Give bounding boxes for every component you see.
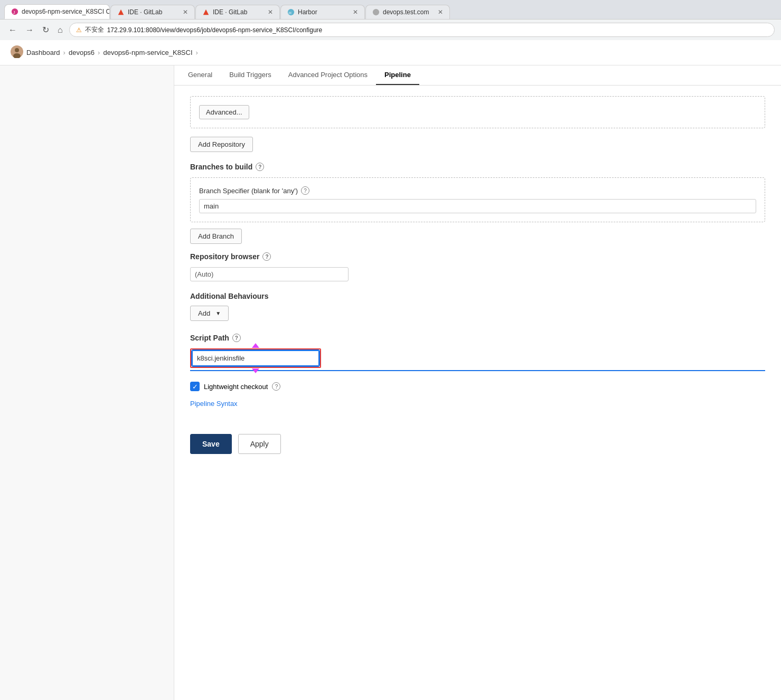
gitlab-favicon-1 xyxy=(117,8,125,16)
branches-help-icon[interactable]: ? xyxy=(256,163,264,171)
tab-label-harbor: Harbor xyxy=(298,8,317,16)
tab-devops[interactable]: devops.test.com ✕ xyxy=(365,5,450,19)
breadcrumb: Dashboard › devops6 › devops6-npm-servic… xyxy=(0,40,781,65)
sidebar xyxy=(0,65,174,700)
breadcrumb-job[interactable]: devops6-npm-service_K8SCI xyxy=(103,49,192,56)
tab-jenkins[interactable]: J devops6-npm-service_K8SCI C ✕ xyxy=(4,4,110,19)
advanced-button[interactable]: Advanced... xyxy=(199,105,249,119)
additional-behaviours-section: Additional Behaviours Add ▼ xyxy=(190,292,765,321)
add-behaviour-label: Add xyxy=(198,309,210,317)
repo-browser-label: Repository browser ? xyxy=(190,252,765,261)
additional-behaviours-label: Additional Behaviours xyxy=(190,292,765,300)
script-path-highlight-box xyxy=(190,348,321,368)
breadcrumb-avatar xyxy=(11,45,23,60)
gitlab-favicon-2 xyxy=(202,8,210,16)
advanced-section: Advanced... xyxy=(190,96,765,128)
repo-browser-help-icon[interactable]: ? xyxy=(262,252,271,261)
jenkins-favicon: J xyxy=(11,8,18,15)
tab-label-gitlab-1: IDE · GitLab xyxy=(128,8,162,16)
advanced-box: Advanced... xyxy=(190,96,765,128)
tab-gitlab-1[interactable]: IDE · GitLab ✕ xyxy=(110,5,195,19)
breadcrumb-sep-1: › xyxy=(63,49,65,56)
address-bar[interactable]: ⚠ 不安全 172.29.9.101:8080/view/devops6/job… xyxy=(69,23,775,37)
add-repository-section: Add Repository xyxy=(190,137,765,152)
pipeline-syntax-link[interactable]: Pipeline Syntax xyxy=(190,400,238,408)
page-body: General Build Triggers Advanced Project … xyxy=(0,65,781,700)
script-path-input-wrapper xyxy=(190,348,321,368)
url-text: 172.29.9.101:8080/view/devops6/job/devop… xyxy=(107,26,323,34)
svg-point-8 xyxy=(15,48,19,52)
script-path-input[interactable] xyxy=(192,351,319,366)
harbor-favicon: H xyxy=(287,8,295,16)
breadcrumb-sep-3: › xyxy=(196,49,198,56)
tab-pipeline[interactable]: Pipeline xyxy=(376,65,419,85)
apply-button[interactable]: Apply xyxy=(238,434,281,454)
dropdown-arrow-icon: ▼ xyxy=(215,310,221,316)
nav-refresh[interactable]: ↻ xyxy=(40,24,51,36)
nav-forward[interactable]: → xyxy=(23,24,36,36)
branch-specifier-input[interactable] xyxy=(199,199,756,213)
tab-advanced-project-options[interactable]: Advanced Project Options xyxy=(280,65,376,85)
tab-close-devops[interactable]: ✕ xyxy=(438,8,443,16)
browser-chrome: J devops6-npm-service_K8SCI C ✕ IDE · Gi… xyxy=(0,0,781,40)
pipeline-syntax-section: Pipeline Syntax xyxy=(190,400,765,408)
tab-label-gitlab-2: IDE · GitLab xyxy=(213,8,247,16)
svg-marker-3 xyxy=(203,10,209,15)
svg-text:H: H xyxy=(289,11,291,15)
breadcrumb-devops6[interactable]: devops6 xyxy=(69,49,95,56)
lightweight-checkout-help-icon[interactable]: ? xyxy=(272,382,280,391)
add-behaviour-button[interactable]: Add ▼ xyxy=(190,306,229,321)
branches-label-text: Branches to build xyxy=(190,163,252,171)
breadcrumb-sep-2: › xyxy=(98,49,100,56)
branch-specifier-help-icon[interactable]: ? xyxy=(301,186,309,195)
tab-close-harbor[interactable]: ✕ xyxy=(353,8,358,16)
script-path-section: Script Path ? xyxy=(190,334,765,371)
tab-harbor[interactable]: H Harbor ✕ xyxy=(280,5,365,19)
arrow-bottom-icon xyxy=(252,368,259,373)
save-button[interactable]: Save xyxy=(190,434,232,454)
script-path-help-icon[interactable]: ? xyxy=(232,334,241,342)
checkmark-icon: ✓ xyxy=(192,383,198,391)
svg-point-6 xyxy=(373,9,379,15)
repository-browser-select[interactable]: (Auto) xyxy=(190,267,349,281)
svg-text:J: J xyxy=(13,10,15,15)
branch-specifier-label: Branch Specifier (blank for 'any') ? xyxy=(199,186,756,195)
tab-close-gitlab-1[interactable]: ✕ xyxy=(183,8,188,16)
content-area: Advanced... Add Repository Branches to b… xyxy=(174,86,781,700)
config-tabs: General Build Triggers Advanced Project … xyxy=(174,65,781,86)
tab-label-devops: devops.test.com xyxy=(383,8,429,16)
active-underline xyxy=(190,370,765,371)
add-repository-button[interactable]: Add Repository xyxy=(190,137,253,152)
lightweight-checkout-checkbox[interactable]: ✓ xyxy=(190,382,200,391)
svg-marker-2 xyxy=(118,10,124,15)
breadcrumb-dashboard[interactable]: Dashboard xyxy=(26,49,60,56)
lightweight-checkout-label: Lightweight checkout xyxy=(204,383,268,391)
tab-label-jenkins: devops6-npm-service_K8SCI C xyxy=(22,8,110,15)
address-bar-row: ← → ↻ ⌂ ⚠ 不安全 172.29.9.101:8080/view/dev… xyxy=(0,19,781,40)
branches-to-build-label: Branches to build ? xyxy=(190,163,765,171)
devops-favicon xyxy=(372,8,380,16)
security-label: 不安全 xyxy=(85,25,104,34)
lightweight-checkout-section: ✓ Lightweight checkout ? xyxy=(190,382,765,391)
tab-close-gitlab-2[interactable]: ✕ xyxy=(268,8,273,16)
script-path-label-text: Script Path xyxy=(190,334,229,342)
actions-row: Save Apply xyxy=(190,423,765,465)
add-branch-button[interactable]: Add Branch xyxy=(190,229,242,244)
nav-home[interactable]: ⌂ xyxy=(55,24,65,36)
nav-back[interactable]: ← xyxy=(6,24,19,36)
tab-build-triggers[interactable]: Build Triggers xyxy=(221,65,279,85)
repository-browser-section: Repository browser ? (Auto) xyxy=(190,252,765,281)
tab-general[interactable]: General xyxy=(180,65,221,85)
branch-specifier-box: Branch Specifier (blank for 'any') ? xyxy=(190,177,765,222)
repo-browser-label-text: Repository browser xyxy=(190,252,259,261)
lock-icon: ⚠ xyxy=(76,26,82,34)
arrow-top-icon xyxy=(252,343,259,348)
tab-bar: J devops6-npm-service_K8SCI C ✕ IDE · Gi… xyxy=(0,0,781,19)
lightweight-checkout-row: ✓ Lightweight checkout ? xyxy=(190,382,765,391)
branch-specifier-text: Branch Specifier (blank for 'any') xyxy=(199,187,298,195)
branches-to-build-section: Branches to build ? Branch Specifier (bl… xyxy=(190,163,765,244)
script-path-label: Script Path ? xyxy=(190,334,765,342)
tab-gitlab-2[interactable]: IDE · GitLab ✕ xyxy=(195,5,280,19)
